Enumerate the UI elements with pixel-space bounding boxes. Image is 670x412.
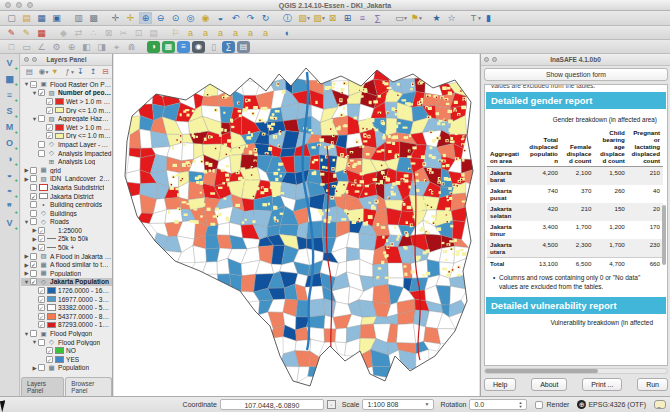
add-raster-layer-icon[interactable]: ▦+ bbox=[2, 72, 17, 86]
expand-all-icon[interactable]: ↥ bbox=[88, 67, 99, 78]
zoom-next-icon[interactable]: ↷ bbox=[244, 12, 257, 24]
add-vector-layer-icon[interactable]: V+ bbox=[2, 56, 17, 70]
zoom-tool-icon[interactable]: ⊕ bbox=[65, 41, 78, 53]
layer-tree-item[interactable]: ✓16977.0000 - 3338... bbox=[21, 295, 112, 304]
layer-visibility-checkbox[interactable]: ✓ bbox=[38, 89, 45, 96]
move-feature-icon[interactable]: ⇄ bbox=[72, 27, 85, 39]
layer-visibility-checkbox[interactable]: ✓ bbox=[38, 304, 45, 311]
expander-icon[interactable]: ▶ bbox=[31, 245, 38, 251]
layer-visibility-checkbox[interactable] bbox=[38, 364, 45, 371]
label-settings-icon[interactable]: a bbox=[244, 27, 257, 39]
openlayers-plugin-icon[interactable]: ◑ bbox=[147, 41, 160, 53]
jakarta-flood-map[interactable] bbox=[114, 54, 479, 396]
zoom-in-icon[interactable]: ⊕ bbox=[139, 12, 152, 24]
layer-tree-item[interactable]: ▶▦Population bbox=[21, 269, 112, 278]
new-bookmark-icon[interactable]: ☆ bbox=[445, 12, 458, 24]
field-calculator-icon[interactable]: ≡ bbox=[356, 12, 369, 24]
select-by-expression-icon[interactable]: ▨▼ bbox=[311, 12, 324, 24]
layer-visibility-checkbox[interactable] bbox=[30, 210, 37, 217]
add-mssql-layer-icon[interactable]: M+ bbox=[2, 120, 17, 134]
layer-tree-item[interactable]: ▼–▣Flood Raster On Popula... bbox=[21, 80, 112, 89]
print-button[interactable]: Print ... bbox=[582, 378, 622, 391]
layer-tree-item[interactable]: ✓Wet > 1.0 m (1,3... bbox=[21, 97, 112, 106]
help-button[interactable]: Help bbox=[484, 378, 516, 391]
layer-tree-item[interactable]: ✓87293.0000 - 1600... bbox=[21, 321, 112, 330]
layer-visibility-checkbox[interactable]: ✓ bbox=[46, 347, 53, 354]
crs-status-icon[interactable]: ⊕ bbox=[577, 400, 586, 409]
show-question-form-button[interactable]: Show question form bbox=[484, 68, 668, 81]
identify-features-icon[interactable]: ⓘ bbox=[281, 12, 294, 24]
expander-icon[interactable]: ▼ bbox=[23, 219, 30, 225]
filter-legend-icon[interactable]: ▼ bbox=[49, 67, 60, 78]
layer-tree-item[interactable]: ✓Dry <= 1.0 m (1,... bbox=[21, 106, 112, 115]
layer-tree-item[interactable]: ▼◇Roads bbox=[21, 218, 112, 227]
expander-icon[interactable]: ▶ bbox=[31, 227, 38, 233]
layer-tree-item[interactable]: ✓54377.0000 - 8729... bbox=[21, 312, 112, 321]
layer-visibility-checkbox[interactable]: ✓ bbox=[38, 244, 45, 251]
expander-icon[interactable]: ▼ bbox=[23, 279, 30, 285]
expander-icon[interactable]: ▶ bbox=[23, 176, 30, 182]
layer-visibility-checkbox[interactable]: ✓ bbox=[46, 98, 53, 105]
map-canvas[interactable] bbox=[114, 54, 479, 396]
scale-combobox[interactable]: 1:100 808▼ bbox=[362, 399, 434, 410]
add-delimited-text-layer-icon[interactable]: ❞+ bbox=[2, 200, 17, 214]
layer-visibility-checkbox[interactable] bbox=[30, 201, 37, 208]
layer-tree-item[interactable]: ▶▨IDN_Landcover_250K_... bbox=[21, 175, 112, 184]
new-print-composer-icon[interactable]: ▥ bbox=[72, 12, 85, 24]
rotation-spinner[interactable]: 0.0 ▲▼ bbox=[469, 399, 527, 410]
layer-tree-item[interactable]: ✓YES bbox=[21, 355, 112, 364]
layer-visibility-checkbox[interactable]: ✓ bbox=[30, 193, 37, 200]
new-shapefile-layer-icon[interactable]: V+ bbox=[2, 216, 17, 230]
layer-visibility-checkbox[interactable] bbox=[30, 218, 37, 225]
layer-tree-item[interactable]: ▼▣Flood Polygon bbox=[21, 329, 112, 338]
layer-tree-item[interactable]: ▶▦Population bbox=[21, 364, 112, 373]
layer-visibility-checkbox[interactable]: ✓ bbox=[38, 235, 45, 242]
layer-tree-item[interactable]: •Building centroids bbox=[21, 200, 112, 209]
pan-map-icon[interactable]: ✛ bbox=[109, 12, 122, 24]
expander-icon[interactable]: ▼ bbox=[31, 116, 38, 122]
add-feature-icon[interactable]: ◆ bbox=[57, 27, 70, 39]
collapse-all-icon[interactable]: ↧ bbox=[75, 67, 86, 78]
render-checkbox[interactable] bbox=[535, 401, 543, 409]
expander-icon[interactable]: ▼ bbox=[31, 339, 38, 345]
layer-tree-item[interactable]: ◇Analysis Impacted bbox=[21, 149, 112, 158]
layer-tree-item[interactable]: ▼✓▨Number of people bbox=[21, 89, 112, 98]
expander-icon[interactable]: ▶ bbox=[31, 365, 38, 371]
layer-visibility-checkbox[interactable] bbox=[38, 115, 45, 122]
layer-visibility-checkbox[interactable] bbox=[30, 253, 37, 260]
layer-visibility-checkbox[interactable] bbox=[38, 339, 45, 346]
copy-features-icon[interactable]: ⊡ bbox=[132, 27, 145, 39]
inasafe-plugin-icon[interactable]: ◉ bbox=[192, 41, 205, 53]
layer-visibility-checkbox[interactable] bbox=[30, 330, 37, 337]
layer-visibility-checkbox[interactable]: ✓ bbox=[38, 287, 45, 294]
extent-toggle-icon[interactable]: ◦ bbox=[327, 400, 336, 409]
bookmarks-icon[interactable]: ★ bbox=[430, 12, 443, 24]
configure-shortcuts-icon[interactable]: ⚙ bbox=[50, 41, 63, 53]
expander-icon[interactable]: ▼ bbox=[31, 90, 38, 96]
toggle-editing-icon[interactable]: ✎ bbox=[20, 27, 33, 39]
db-manager-icon[interactable]: ≡ bbox=[177, 41, 190, 53]
layer-tree-item[interactable]: ▶▨A Flood in Jakarta like ... bbox=[21, 252, 112, 261]
label-move-icon[interactable]: a bbox=[199, 27, 212, 39]
select-rectangle-tool-icon[interactable]: ▭ bbox=[20, 41, 33, 53]
qgis-cloud-plugin-icon[interactable]: ▦ bbox=[162, 41, 175, 53]
expander-icon[interactable]: ▼ bbox=[23, 331, 30, 337]
layer-visibility-checkbox[interactable]: ✓ bbox=[30, 261, 37, 268]
layer-visibility-checkbox[interactable] bbox=[30, 184, 37, 191]
log-messages-icon[interactable] bbox=[654, 400, 666, 409]
layer-tree-item[interactable]: ▼◇Flood Polygon bbox=[21, 338, 112, 347]
add-wms-layer-icon[interactable]: ◑+ bbox=[2, 152, 17, 166]
layer-visibility-checkbox[interactable] bbox=[30, 270, 37, 277]
layer-tree-item[interactable]: ▶✓▦A flood similar to the 2... bbox=[21, 260, 112, 269]
layer-visibility-checkbox[interactable]: ✓ bbox=[38, 321, 45, 328]
label-pin-icon[interactable]: ⚐ bbox=[169, 27, 182, 39]
open-project-icon[interactable]: ▤ bbox=[20, 12, 33, 24]
zoom-native-icon[interactable]: ⊙ bbox=[169, 12, 182, 24]
measure-icon[interactable]: ▭▼ bbox=[393, 12, 406, 24]
manage-visibility-icon[interactable]: ◉▼ bbox=[37, 67, 48, 78]
cut-features-icon[interactable]: ✂ bbox=[117, 27, 130, 39]
add-group-icon[interactable]: ▤ bbox=[24, 67, 35, 78]
layer-visibility-checkbox[interactable] bbox=[38, 141, 45, 148]
layer-visibility-checkbox[interactable]: ✓ bbox=[30, 278, 37, 285]
expander-icon[interactable]: ▶ bbox=[23, 262, 30, 268]
